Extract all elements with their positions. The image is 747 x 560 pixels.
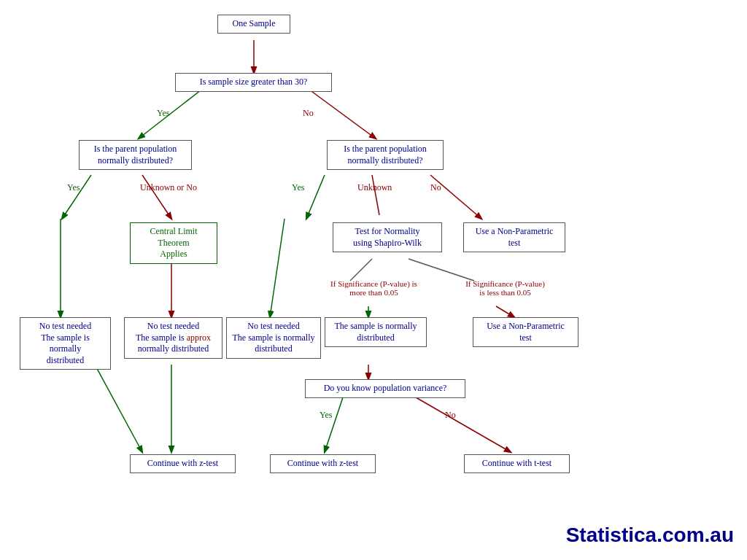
yes1-label: Yes: [157, 108, 169, 119]
no3-label: No: [445, 410, 456, 421]
no2-label: No: [430, 182, 441, 193]
parent-pop-right-box: Is the parent populationnormally distrib…: [327, 140, 444, 170]
svg-line-4: [142, 175, 171, 219]
svg-line-2: [306, 88, 376, 139]
non-param-bottom-box: Use a Non-Parametrictest: [473, 317, 578, 347]
yes4-label: Yes: [320, 410, 332, 421]
non-param-right-box: Use a Non-Parametrictest: [463, 222, 565, 252]
svg-line-19: [416, 397, 511, 452]
t-test-box: Continue with t-test: [464, 454, 570, 473]
parent-pop-left-box: Is the parent populationnormally distrib…: [79, 140, 192, 170]
yes2-label: Yes: [67, 182, 80, 193]
no-test-left3-box: No test neededThe sample is normallydist…: [226, 317, 321, 359]
unknown-no-label: Unknown or No: [140, 182, 197, 193]
yes3-label: Yes: [292, 182, 304, 193]
svg-line-3: [62, 175, 91, 219]
svg-line-10: [409, 259, 474, 281]
no1-label: No: [303, 108, 314, 119]
sig-more-label: If Significance (P-value) ismore than 0.…: [314, 279, 434, 297]
clt-box: Central Limit TheoremApplies: [130, 222, 217, 264]
no-test-approx-box: No test neededThe sample is approx norma…: [124, 317, 222, 359]
z-test2-box: Continue with z-test: [270, 454, 376, 473]
pop-variance-box: Do you know population variance?: [305, 379, 465, 398]
unknown-label: Unknown: [357, 182, 392, 193]
svg-line-6: [372, 175, 379, 215]
svg-line-7: [430, 175, 481, 219]
sig-less-label: If Significance (P-value)is less than 0.…: [441, 279, 569, 297]
svg-line-9: [350, 259, 372, 281]
z-test1-box: Continue with z-test: [130, 454, 236, 473]
one-sample-box: One Sample: [217, 15, 290, 34]
svg-line-12: [496, 306, 514, 317]
svg-line-5: [306, 175, 325, 219]
sample-size-box: Is sample size greater than 30?: [175, 73, 332, 92]
sample-normal-box: The sample is normallydistributed: [325, 317, 427, 347]
svg-line-18: [325, 397, 343, 452]
normality-test-box: Test for Normalityusing Shapiro-Wilk: [333, 222, 442, 252]
no-test-left1-box: No test neededThe sample is normallydist…: [20, 317, 111, 370]
svg-line-14: [270, 219, 285, 317]
svg-line-16: [95, 365, 142, 452]
svg-line-1: [139, 88, 204, 139]
brand-label: Statistica.com.au: [566, 524, 734, 547]
